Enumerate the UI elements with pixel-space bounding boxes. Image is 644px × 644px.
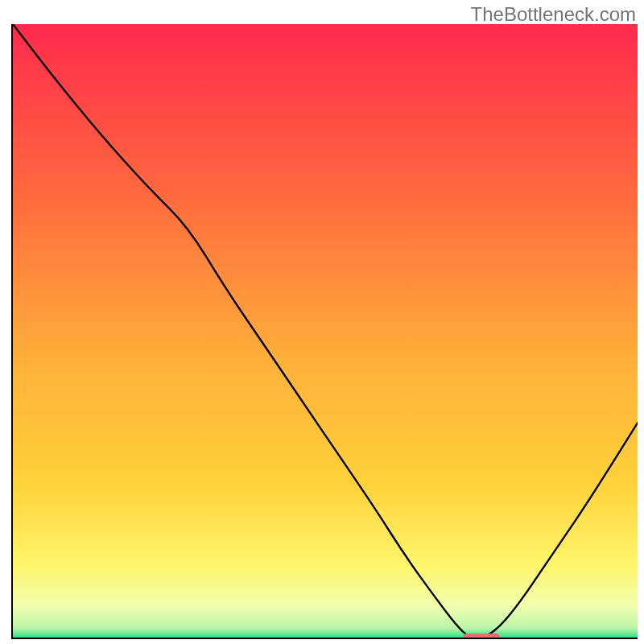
plot-area	[13, 24, 638, 638]
optimum-marker	[463, 634, 501, 638]
watermark-text: TheBottleneck.com	[471, 3, 636, 26]
plot-axes	[11, 24, 638, 639]
bottleneck-curve	[13, 24, 638, 638]
chart-frame: { "watermark": "TheBottleneck.com", "col…	[0, 0, 644, 644]
